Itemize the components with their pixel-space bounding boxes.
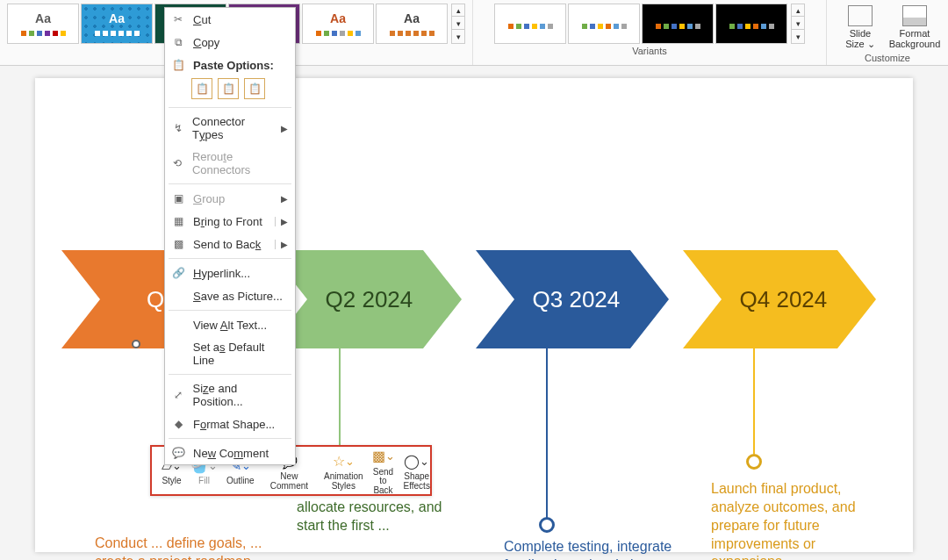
ctx-reroute-connectors: ⟲Reroute Connectors — [165, 146, 295, 181]
slide-size-icon — [848, 5, 873, 26]
clipboard-icon: 📋 — [170, 58, 186, 72]
connector-icon: ↯ — [170, 121, 185, 135]
send-back-icon: ▩⌄ — [372, 446, 395, 467]
ctx-separator — [169, 183, 291, 184]
variants-gallery: ▴ ▾ ▾ — [480, 4, 819, 44]
ctx-new-comment[interactable]: 💬New Comment — [165, 442, 295, 464]
paste-use-destination[interactable]: 📋 — [191, 78, 212, 99]
paste-picture[interactable]: 📋 — [244, 78, 265, 99]
slide-canvas-area[interactable]: Q1 Q2 2024 Q3 2024 Q4 2024 Conduct ... d… — [0, 66, 948, 560]
mini-fill-label: Fill — [198, 477, 210, 486]
slide-size-label: Slide Size ⌄ — [845, 28, 874, 49]
theme-thumbnail[interactable]: Aa — [302, 4, 374, 44]
ctx-connector-types[interactable]: ↯Connector Types▶ — [165, 111, 295, 146]
ctx-format-shape[interactable]: ◆Format Shape... — [165, 413, 295, 435]
chevron-q4-label: Q4 2024 — [740, 286, 828, 313]
ctx-group: ▣Group▶ — [165, 187, 295, 210]
mini-new-comment-label: New Comment — [270, 472, 308, 491]
scissors-icon: ✂ — [170, 12, 186, 26]
variants-gallery-expand[interactable]: ▴ ▾ ▾ — [791, 4, 805, 44]
chevron-q3[interactable]: Q3 2024 — [476, 250, 669, 348]
theme-thumbnail[interactable]: Aa — [81, 4, 153, 44]
desc-q3[interactable]: Complete testing, integrate feedback, an… — [504, 538, 679, 560]
mini-outline-label: Outline — [226, 477, 255, 486]
ctx-separator — [169, 258, 291, 259]
ctx-set-default-line[interactable]: Set as Default Line — [165, 336, 295, 371]
connector-q4[interactable] — [753, 348, 755, 454]
ctx-hyperlink[interactable]: 🔗Hyperlink... — [165, 262, 295, 284]
gallery-up-icon[interactable]: ▴ — [452, 4, 464, 17]
comment-icon: 💬 — [170, 446, 186, 460]
format-shape-icon: ◆ — [170, 417, 186, 431]
format-background-label: Format Background — [889, 28, 941, 49]
ctx-paste-header-label: Paste Options: — [193, 59, 274, 72]
connector-q4-bulb — [746, 454, 762, 470]
size-icon: ⤢ — [170, 388, 186, 402]
chevron-right-icon: ▶ — [281, 194, 288, 204]
ctx-separator — [169, 374, 291, 375]
mini-send-to-back-label: Send to Back — [372, 468, 395, 496]
split-dropdown-icon[interactable]: ▶ — [275, 217, 288, 226]
variants-group-label: Variants — [632, 46, 667, 56]
customize-group: Slide Size ⌄ Format Background Customize — [827, 0, 948, 65]
link-icon: 🔗 — [170, 266, 186, 280]
format-background-icon — [902, 5, 927, 26]
variants-group: ▴ ▾ ▾ Variants — [473, 0, 827, 65]
ctx-bring-to-front[interactable]: ▦Bring to Front▶ — [165, 210, 295, 233]
paste-keep-source[interactable]: 📋 — [218, 78, 239, 99]
mini-send-to-back-button[interactable]: ▩⌄ Send to Back — [368, 446, 399, 496]
context-menu: ✂Cut ⧉Copy 📋Paste Options: 📋 📋 📋 ↯Connec… — [164, 7, 296, 465]
mini-animation-styles-button[interactable]: ☆⌄ Animation Styles — [320, 450, 367, 491]
ctx-save-as-picture[interactable]: Save as Picture... — [165, 284, 295, 307]
chevron-right-icon: ▶ — [281, 124, 288, 133]
gallery-up-icon[interactable]: ▴ — [792, 4, 804, 17]
ctx-cut[interactable]: ✂Cut — [165, 8, 295, 31]
chevron-q2[interactable]: Q2 2024 — [269, 250, 462, 348]
ctx-paste-header: 📋Paste Options: — [165, 54, 295, 76]
variant-thumbnail[interactable] — [642, 4, 714, 44]
chevron-q2-label: Q2 2024 — [326, 286, 413, 313]
chevron-q4[interactable]: Q4 2024 — [683, 250, 876, 348]
mini-shape-effects-button[interactable]: ◯⌄ Shape Effects — [399, 450, 434, 491]
ctx-copy[interactable]: ⧉Copy — [165, 31, 295, 54]
desc-q4[interactable]: Launch final product, analyze outcomes, … — [711, 480, 887, 560]
customize-group-label: Customize — [865, 53, 910, 63]
bring-front-icon: ▦ — [170, 214, 186, 228]
variant-thumbnail[interactable] — [494, 4, 566, 44]
mini-animation-styles-label: Animation Styles — [324, 472, 363, 491]
mini-shape-effects-label: Shape Effects — [404, 472, 430, 491]
shape-effects-icon: ◯⌄ — [404, 450, 429, 471]
ctx-paste-options: 📋 📋 📋 — [165, 76, 295, 104]
gallery-down-icon[interactable]: ▾ — [792, 18, 804, 30]
gallery-more-icon[interactable]: ▾ — [452, 31, 464, 43]
ctx-send-to-back[interactable]: ▩Send to Back▶ — [165, 233, 295, 255]
theme-thumbnail[interactable]: Aa — [7, 4, 79, 44]
variant-thumbnail[interactable] — [568, 4, 640, 44]
ctx-separator — [169, 310, 291, 311]
ctx-size-and-position[interactable]: ⤢Size and Position... — [165, 377, 295, 413]
connector-q3-bulb — [539, 517, 555, 533]
star-icon: ☆⌄ — [333, 450, 355, 471]
format-background-button[interactable]: Format Background — [888, 4, 941, 51]
connector-q2[interactable] — [339, 348, 341, 454]
mini-style-label: Style — [162, 477, 181, 486]
chevron-q3-label: Q3 2024 — [533, 286, 621, 313]
copy-icon: ⧉ — [170, 35, 186, 49]
desc-q1[interactable]: Conduct ... define goals, ... create a p… — [95, 535, 270, 560]
split-dropdown-icon[interactable]: ▶ — [275, 240, 288, 249]
reroute-icon: ⟲ — [170, 156, 185, 170]
ctx-separator — [169, 438, 291, 439]
ctx-view-alt-text[interactable]: View Alt Text... — [165, 313, 295, 336]
slide-size-button[interactable]: Slide Size ⌄ — [834, 4, 887, 51]
gallery-down-icon[interactable]: ▾ — [452, 18, 464, 30]
group-icon: ▣ — [170, 191, 186, 205]
send-back-icon: ▩ — [170, 237, 186, 251]
theme-thumbnail[interactable]: Aa — [376, 4, 448, 44]
gallery-more-icon[interactable]: ▾ — [792, 31, 804, 43]
design-ribbon: AaAaAaAaAaAa ▴ ▾ ▾ Themes ▴ ▾ ▾ Variants… — [0, 0, 948, 66]
variant-thumbnail[interactable] — [715, 4, 787, 44]
connector-q3[interactable] — [546, 348, 548, 521]
ctx-separator — [169, 107, 291, 108]
themes-gallery-expand[interactable]: ▴ ▾ ▾ — [451, 4, 465, 44]
